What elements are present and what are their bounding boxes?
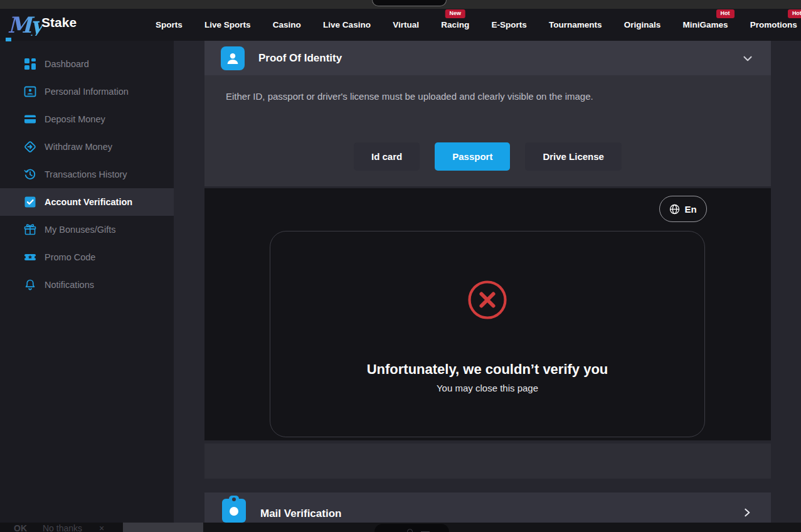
sidebar-item-label: Promo Code (45, 252, 95, 262)
bell-icon (24, 279, 36, 291)
sidebar-item-transactions-history[interactable]: Transactions History (0, 161, 174, 188)
sidebar-item-withdraw-money[interactable]: Withdraw Money (0, 133, 174, 161)
sidebar-item-label: My Bonuses/Gifts (45, 225, 116, 235)
proof-of-identity-header[interactable]: Proof Of Identity (204, 41, 771, 75)
id-badge-icon (24, 85, 36, 98)
cookie-banner: OK No thanks × (0, 523, 123, 532)
new-badge: New (445, 9, 465, 18)
sidebar-item-account-verification[interactable]: Account Verification (0, 188, 174, 216)
nav-promotions[interactable]: Hot Promotions (750, 20, 797, 29)
cookie-no-thanks-button[interactable]: No thanks (43, 523, 82, 532)
verification-error-title: Unfortunately, we couldn’t verify you (367, 361, 608, 378)
nav-tournaments[interactable]: Tournaments (549, 20, 602, 29)
sidebar-item-notifications[interactable]: Notifications (0, 271, 174, 299)
dashboard-icon (24, 58, 36, 70)
drive-license-button[interactable]: Drive License (525, 142, 622, 171)
error-circle-x-icon (467, 279, 508, 323)
browser-top-strip (0, 0, 801, 9)
mail-verification-panel[interactable]: Mail Verification (204, 492, 771, 523)
credit-card-icon (24, 113, 36, 125)
nav-casino[interactable]: Casino (273, 20, 301, 29)
passport-button[interactable]: Passport (435, 142, 510, 171)
sidebar-item-deposit-money[interactable]: Deposit Money (0, 105, 174, 133)
identity-description: Either ID, passport or driver's license … (226, 91, 593, 102)
mail-verification-title: Mail Verification (260, 508, 341, 520)
main-nav: Sports Live Sports Casino Live Casino Vi… (156, 9, 801, 41)
cookie-close-icon[interactable]: × (99, 523, 104, 532)
sidebar-item-label: Withdraw Money (45, 142, 112, 152)
nav-minigames[interactable]: Hot MiniGames (683, 20, 728, 29)
hot-badge: Hot (788, 9, 801, 18)
sidebar-item-personal-information[interactable]: Personal Information (0, 78, 174, 105)
nav-originals[interactable]: Originals (624, 20, 661, 29)
gift-icon (24, 223, 36, 236)
id-card-button[interactable]: Id card (354, 142, 420, 171)
chevron-down-icon[interactable] (741, 51, 755, 65)
logo-stake-text: Stake (41, 15, 77, 30)
verification-result-frame: Unfortunately, we couldn’t verify you Yo… (270, 231, 705, 437)
logo-my-script: My (8, 14, 42, 36)
bottom-strip: OK No thanks × (0, 523, 801, 532)
language-selector[interactable]: En (659, 196, 707, 222)
nav-virtual[interactable]: Virtual (393, 20, 419, 29)
bottom-gray-segment (123, 523, 203, 532)
main-content: Proof Of Identity Either ID, passport or… (204, 41, 771, 523)
nav-sports[interactable]: Sports (156, 20, 183, 29)
sidebar-item-label: Deposit Money (45, 114, 105, 124)
proof-of-identity-body: Either ID, passport or driver's license … (204, 75, 771, 186)
nav-live-sports[interactable]: Live Sports (204, 20, 251, 29)
checkbox-icon (24, 196, 36, 208)
browser-notch (372, 0, 447, 6)
ticket-icon (24, 251, 36, 263)
hot-badge: Hot (716, 9, 735, 18)
nav-racing[interactable]: New Racing (441, 20, 469, 29)
globe-icon (669, 204, 680, 215)
document-type-buttons: Id card Passport Drive License (204, 142, 771, 171)
verification-widget: En Unfortunately, we couldn’t verify you… (204, 188, 771, 440)
history-icon (24, 168, 36, 181)
sidebar: Dashboard Personal Information Deposit M… (0, 41, 174, 523)
top-navbar: My Stake Sports Live Sports Casino Live … (0, 9, 801, 41)
sidebar-item-dashboard[interactable]: Dashboard (0, 50, 174, 78)
bottom-notch (374, 524, 449, 532)
verification-error-subtitle: You may close this page (437, 383, 538, 393)
proof-of-identity-panel: Proof Of Identity Either ID, passport or… (204, 41, 771, 186)
language-label: En (684, 204, 696, 215)
notch-ring-glyph (407, 529, 413, 532)
nav-live-casino[interactable]: Live Casino (323, 20, 371, 29)
sidebar-item-my-bonuses-gifts[interactable]: My Bonuses/Gifts (0, 216, 174, 243)
sidebar-item-label: Account Verification (45, 197, 132, 207)
panel-title: Proof Of Identity (258, 52, 727, 65)
cookie-ok-button[interactable]: OK (14, 523, 27, 532)
person-icon (221, 46, 245, 70)
sidebar-item-label: Dashboard (45, 59, 89, 69)
mail-verification-icon (222, 499, 246, 523)
nav-esports[interactable]: E-Sports (491, 20, 526, 29)
withdraw-icon (24, 141, 36, 153)
brand-logo[interactable]: My Stake (0, 14, 156, 36)
sidebar-item-label: Personal Information (45, 87, 129, 97)
sidebar-item-label: Transactions History (45, 169, 127, 179)
screen: My Stake Sports Live Sports Casino Live … (0, 0, 801, 532)
sidebar-item-promo-code[interactable]: Promo Code (0, 243, 174, 271)
chevron-right-icon[interactable] (742, 508, 752, 520)
sidebar-item-label: Notifications (45, 280, 94, 290)
logo-accent-mark (6, 38, 11, 41)
identity-panel-footer (204, 444, 771, 479)
